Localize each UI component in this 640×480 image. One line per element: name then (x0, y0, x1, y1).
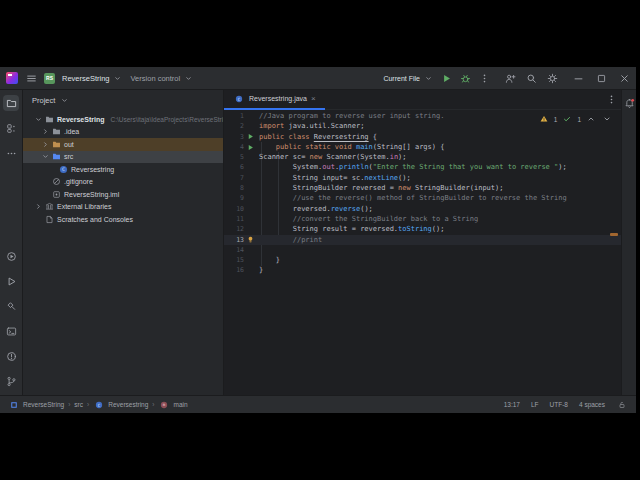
tool-bar-bottom (3, 248, 19, 389)
project-widget[interactable]: ReverseString (62, 72, 124, 84)
folder-icon (45, 115, 54, 124)
minimize-icon[interactable] (572, 72, 584, 84)
code-line-16[interactable]: 16} (224, 265, 621, 275)
vcs-widget[interactable]: Version control (131, 72, 195, 84)
ignored-icon (52, 177, 61, 186)
code-line-6[interactable]: 6 System.out.println("Enter the String t… (224, 162, 621, 172)
tree-item-reversestring[interactable]: CReversestring (23, 163, 223, 176)
svg-text:C: C (238, 96, 241, 101)
line-number: 12 (224, 224, 244, 234)
project-tree: ReverseStringC:\Users\itaja\IdeaProjects… (23, 110, 223, 226)
code-line-4[interactable]: 4 public static void main(String[] args)… (224, 142, 621, 152)
code-line-10[interactable]: 10 reversed.reverse(); (224, 204, 621, 214)
maximize-icon[interactable] (595, 72, 607, 84)
breadcrumb-item-reversestring[interactable]: CReversestring (93, 399, 148, 411)
class-icon: C (93, 399, 105, 411)
inspections-widget[interactable]: 1 1 (538, 113, 613, 125)
line-number: 8 (224, 183, 244, 193)
code-editor[interactable]: 1//Java program to reverse user input st… (224, 110, 621, 395)
breadcrumb-item-src[interactable]: src (74, 401, 83, 408)
run-small-icon[interactable] (244, 144, 257, 151)
git-branch-tool-icon[interactable] (3, 373, 19, 389)
indent-style[interactable]: 4 spaces (579, 401, 605, 408)
breadcrumb-item-main[interactable]: mmain (158, 399, 187, 411)
settings-icon[interactable] (546, 72, 558, 84)
iml-icon (52, 190, 61, 199)
next-problem-icon[interactable] (601, 113, 613, 125)
code-line-13[interactable]: 13 //print (224, 235, 621, 245)
breadcrumb-separator: › (68, 401, 70, 408)
project-panel-header[interactable]: Project (23, 90, 223, 110)
editor-tab[interactable]: C Reversestring.java × (224, 90, 325, 110)
chevron-down-icon (182, 72, 194, 84)
terminal-tool-icon[interactable] (3, 323, 19, 339)
problems-tool-icon[interactable] (3, 348, 19, 364)
code-line-7[interactable]: 7 String input= sc.nextLine(); (224, 173, 621, 183)
code-line-15[interactable]: 15 } (224, 255, 621, 265)
tree-item--idea[interactable]: .idea (23, 126, 223, 139)
code-line-14[interactable]: 14 (224, 245, 621, 255)
close-icon[interactable] (618, 72, 630, 84)
tree-item--gitignore[interactable]: .gitignore (23, 176, 223, 189)
code-line-8[interactable]: 8 StringBuilder reversed = new StringBui… (224, 183, 621, 193)
project-badge[interactable]: RS (44, 73, 55, 84)
main-menu-icon[interactable] (25, 72, 37, 84)
code-text: String input= sc.nextLine(); (257, 173, 411, 183)
chevron-right-icon[interactable] (41, 140, 49, 148)
chevron-down-icon[interactable] (34, 115, 42, 123)
code-line-9[interactable]: 9 //use the reverse() method of StringBu… (224, 193, 621, 203)
code-text: import java.util.Scanner; (257, 121, 364, 131)
tree-item-label: ReverseString.iml (64, 191, 119, 198)
caret-position[interactable]: 13:17 (504, 401, 520, 408)
line-separator[interactable]: LF (531, 401, 539, 408)
line-number: 9 (224, 193, 244, 203)
run-small-icon[interactable] (244, 133, 257, 140)
run-configuration-selector[interactable]: Current File (383, 72, 434, 84)
code-line-11[interactable]: 11 //convert the StringBuilder back to a… (224, 214, 621, 224)
more-vertical-icon[interactable] (478, 72, 490, 84)
class-icon: C (59, 165, 68, 174)
tab-options-icon[interactable] (605, 94, 621, 106)
code-line-5[interactable]: 5Scanner sc= new Scanner(System.in); (224, 152, 621, 162)
tree-item-scratches-and-consoles[interactable]: Scratches and Consoles (23, 213, 223, 226)
code-text: //use the reverse() method of StringBuil… (257, 193, 567, 203)
status-bar: ReverseString›src›CReversestring›mmain 1… (0, 395, 636, 413)
bulb-icon[interactable] (244, 236, 257, 243)
chevron-down-icon (58, 94, 70, 106)
intellij-window: RS ReverseString Version control Current… (0, 67, 636, 413)
run-icon[interactable] (440, 72, 452, 84)
tree-item-reversestring-iml[interactable]: ReverseString.iml (23, 188, 223, 201)
lock-icon[interactable] (616, 399, 628, 411)
services-tool-icon[interactable] (3, 248, 19, 264)
chevron-right-icon[interactable] (41, 128, 49, 136)
notifications-icon[interactable] (621, 95, 637, 111)
build-tool-icon[interactable] (3, 298, 19, 314)
tree-item-label: ReverseString (57, 116, 104, 123)
search-icon[interactable] (525, 72, 537, 84)
debug-icon[interactable] (459, 72, 471, 84)
chevron-right-icon[interactable] (34, 203, 42, 211)
tree-item-src[interactable]: src (23, 151, 223, 164)
tab-close-icon[interactable]: × (311, 95, 316, 103)
tree-item-external-libraries[interactable]: External Libraries (23, 201, 223, 214)
commit-tool-icon[interactable] (3, 120, 19, 136)
run-tool-icon[interactable] (3, 273, 19, 289)
class-icon: C (233, 93, 245, 105)
project-tool-icon[interactable] (3, 95, 19, 111)
more-horizontal-tool-icon[interactable] (3, 145, 19, 161)
collaborate-icon[interactable] (504, 72, 516, 84)
code-line-3[interactable]: 3public class Reversestring { (224, 132, 621, 142)
svg-text:C: C (98, 402, 101, 407)
chevron-down-icon[interactable] (41, 153, 49, 161)
line-number: 3 (224, 132, 244, 142)
file-encoding[interactable]: UTF-8 (550, 401, 568, 408)
intellij-logo-icon[interactable] (6, 72, 18, 84)
prev-problem-icon[interactable] (585, 113, 597, 125)
line-number: 15 (224, 255, 244, 265)
code-line-12[interactable]: 12 String result = reversed.toString(); (224, 224, 621, 234)
tree-item-out[interactable]: out (23, 138, 223, 151)
breadcrumb-item-reversestring[interactable]: ReverseString (8, 399, 64, 411)
line-number: 7 (224, 173, 244, 183)
tree-item-reversestring[interactable]: ReverseStringC:\Users\itaja\IdeaProjects… (23, 113, 223, 126)
scrollbar-error-stripe-mark[interactable] (610, 233, 618, 236)
